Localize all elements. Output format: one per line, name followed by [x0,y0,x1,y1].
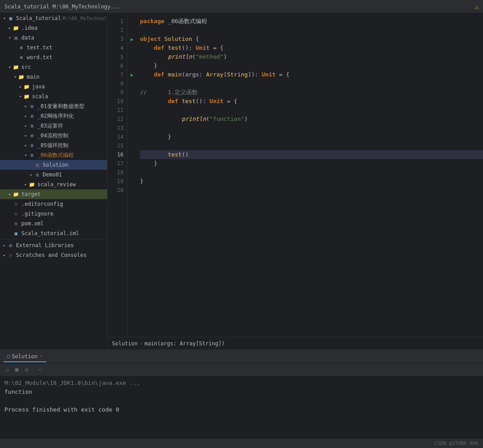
label-scala: scala [32,93,48,100]
sidebar-item-target[interactable]: 📁 target [0,189,107,199]
code-line-13 [140,124,483,132]
gutter-run-3[interactable]: ▶ [128,35,136,44]
sidebar-item-src[interactable]: 📁 src [0,62,107,72]
sidebar-item-gitignore[interactable]: ⊘ .gitignore [0,209,107,219]
folder-icon-scala-review: 📁 [28,181,36,188]
console-out-blank [4,396,479,405]
pkg-icon-06: ⊞ [28,152,36,159]
sidebar-item-pom[interactable]: m pom.xml [0,219,107,228]
chevron-project [2,16,7,21]
ln-15: 15 [108,141,127,150]
sidebar-item-word-txt[interactable]: ≡ word.txt [0,52,107,62]
toolbar-icon-stop[interactable]: ⏹ [13,366,20,373]
sidebar-item-solution[interactable]: ◎ Solution [0,160,107,170]
ln-10: 10 [108,97,127,106]
label-pkg02: _02网络序列化 [37,112,74,120]
folder-icon-target: 📁 [12,191,20,198]
gutter-11 [128,106,136,115]
ln-20: 20 [108,186,127,195]
label-gitignore: .gitignore [21,211,53,217]
toolbar-divider [33,366,33,373]
sidebar-item-pkg03[interactable]: ⊞ _03运算符 [0,121,107,131]
sidebar-item-main[interactable]: 📁 main [0,72,107,82]
code-line-2 [140,26,483,35]
code-editor[interactable]: package _06函数式编程 object Solution { def t… [136,13,483,337]
sidebar-item-idea[interactable]: 📁 .idea [0,23,107,33]
breadcrumb-bar: Solution › main(args: Array[String]) [108,337,483,349]
sidebar-item-java[interactable]: 📁 java [0,82,107,92]
sidebar-item-scala[interactable]: 📁 scala [0,92,107,101]
sidebar-item-external-libraries[interactable]: ⊞ External Libraries [0,240,107,250]
console-out-exit: Process finished with exit code 0 [4,405,479,414]
gutter-run-7[interactable]: ▶ [128,70,136,79]
tab-close-button[interactable]: × [40,354,43,359]
sidebar-scroll: ■ Scala_tutorial M:\06_MyTechnology... 📁… [0,13,107,349]
run-icon-7[interactable]: ▶ [131,72,133,77]
pkg-icon-01: ⊞ [28,103,36,110]
folder-icon-scala: 📁 [23,93,30,100]
bottom-tabs: □ Solution × [0,350,483,364]
sidebar-divider [0,239,107,240]
sidebar-item-iml[interactable]: ■ Scala_tutorial.iml [0,228,107,238]
chevron-demo01 [28,172,34,177]
code-line-19: } [140,177,483,186]
sidebar-item-data[interactable]: ▤ data [0,33,107,43]
breadcrumb-main[interactable]: main(args: Array[String]) [144,340,225,347]
gutter-15 [128,141,136,150]
label-scratches: Scratches and Consoles [16,252,87,258]
pkg-icon-demo01: ⊞ [34,171,41,178]
file-icon-gitignore: ⊘ [12,210,20,217]
sidebar-item-pkg06[interactable]: ⊞ _06函数式编程 [0,150,107,160]
code-line-3: object Solution { [140,35,483,44]
bottom-tab-solution[interactable]: □ Solution × [4,352,46,362]
breadcrumb-sep: › [140,340,143,347]
sidebar-item-editorconfig[interactable]: ⊘ .editorconfig [0,199,107,209]
sidebar-item-pkg05[interactable]: ⊞ _05循环控制 [0,140,107,150]
label-src: src [21,64,31,70]
label-pkg05: _05循环控制 [37,142,68,149]
sidebar-item-pkg04[interactable]: ⊞ _04流程控制 [0,131,107,140]
gutter-20 [128,186,136,195]
ln-5: 5 [108,52,127,61]
sidebar-item-test-txt[interactable]: ≡ test.txt [0,43,107,52]
bottom-panel: □ Solution × ↺ ⏹ ⚙ ⋯ M:\02_Module\18_JDK… [0,349,483,438]
folder-icon-main: 📁 [18,73,25,80]
toolbar-icon-settings[interactable]: ⚙ [23,366,30,373]
chevron-target [7,192,12,197]
sidebar-item-demo01[interactable]: ⊞ Demo01 [0,170,107,180]
sidebar-item-pkg02[interactable]: ⊞ _02网络序列化 [0,111,107,121]
ln-7: 7 [108,70,127,79]
sidebar: ■ Scala_tutorial M:\06_MyTechnology... 📁… [0,13,108,349]
folder-icon-data: ▤ [12,34,20,41]
ln-1: 1 [108,17,127,26]
chevron-pkg05 [23,143,28,148]
title-bar-text: Scala_tutorial M:\06_MyTechnology... [4,4,120,10]
gutter-10 [128,97,136,106]
ln-4: 4 [108,44,127,52]
toolbar-icon-rerun[interactable]: ↺ [4,366,11,373]
project-label: Scala_tutorial [16,15,61,21]
code-line-10: def test(): Unit = { [140,97,483,106]
chevron-main [12,74,18,80]
editor-area: 1 2 3 4 5 6 7 8 9 10 11 12 13 14 15 16 1… [108,13,483,349]
ln-2: 2 [108,26,127,35]
code-line-16: test() [140,150,483,159]
main-layout: ■ Scala_tutorial M:\06_MyTechnology... 📁… [0,13,483,349]
sidebar-item-scala-review[interactable]: 📁 scala_review [0,180,107,189]
sidebar-item-scratches[interactable]: ⊘ Scratches and Consoles [0,250,107,260]
code-line-8 [140,79,483,88]
ln-19: 19 [108,177,127,186]
ln-11: 11 [108,106,127,115]
toolbar-icon-more[interactable]: ⋯ [36,366,43,373]
gutter-2 [128,26,136,35]
scratches-icon: ⊘ [7,252,14,259]
sidebar-item-pkg01[interactable]: ⊞ _01变量和数据类型 [0,101,107,111]
breadcrumb-solution[interactable]: Solution [112,340,138,347]
run-icon-3[interactable]: ▶ [131,37,133,42]
label-iml: Scala_tutorial.iml [21,230,79,236]
gutter-16 [128,150,136,159]
label-idea: .idea [21,25,37,31]
label-pkg01: _01变量和数据类型 [37,103,84,110]
console-out-function: function [4,388,479,396]
sidebar-item-project[interactable]: ■ Scala_tutorial M:\06_MyTechnology... [0,13,107,23]
